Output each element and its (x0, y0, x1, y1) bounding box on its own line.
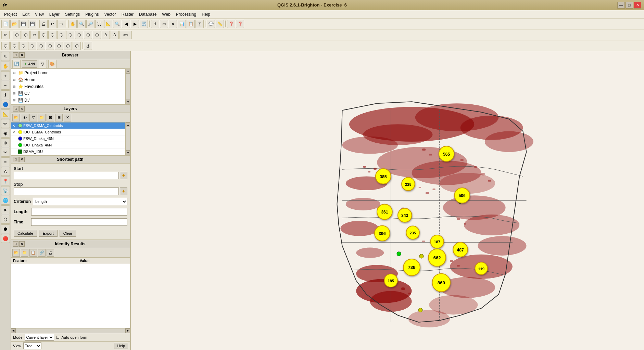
scroll-down-btn[interactable]: ▼ (126, 150, 130, 155)
menu-vector[interactable]: Vector (102, 11, 119, 17)
remove-layer-btn[interactable]: ✕ (64, 114, 71, 121)
visibility-btn[interactable]: 👁 (21, 114, 28, 121)
deselect-btn[interactable]: ✕ (169, 20, 177, 28)
identify-btn[interactable]: ℹ (151, 20, 159, 28)
digitize-6[interactable]: ⬡ (57, 31, 65, 39)
whats-this-btn[interactable]: ❓ (236, 20, 244, 28)
open-btn[interactable]: 📂 (10, 20, 18, 28)
tool-arrow[interactable]: ➤ (1, 205, 10, 214)
tool-node[interactable]: ◉ (1, 129, 10, 138)
browser-float-btn[interactable]: □ (13, 52, 18, 58)
menu-view[interactable]: View (32, 11, 47, 17)
layer-idu-dsma-centroids[interactable]: ✕ IDU_DSMA_Centroids (11, 129, 125, 135)
zoom-out-btn[interactable]: 🔎 (86, 20, 94, 28)
layer-btn9[interactable]: ⬡ (73, 42, 81, 50)
menu-web[interactable]: Web (159, 11, 173, 17)
identify-close-btn[interactable]: ✕ (19, 241, 25, 247)
label-btn2[interactable]: A (111, 31, 119, 39)
attr-table-btn[interactable]: 📋 (187, 20, 195, 28)
map-area[interactable]: 565 385 228 506 361 343 396 (131, 51, 644, 350)
clear-btn[interactable]: Clear (60, 230, 76, 237)
stop-input[interactable] (14, 187, 119, 195)
digitize-2[interactable]: ⬡ (22, 31, 30, 39)
zoom-extent-btn[interactable]: ⛶ (95, 20, 103, 28)
identify-hscrollbar[interactable]: ◀ ▶ (11, 328, 130, 333)
stop-pick-btn[interactable]: ✦ (120, 187, 127, 195)
time-value[interactable] (31, 218, 127, 226)
menu-layer[interactable]: Layer (47, 11, 62, 17)
layers-float-btn[interactable]: □ (13, 106, 18, 112)
expand-all-btn[interactable]: ⊞ (47, 114, 54, 121)
layer-btn3[interactable]: ⬡ (19, 42, 27, 50)
menu-project[interactable]: Project (1, 11, 20, 17)
browser-refresh-btn[interactable]: 🔄 (12, 60, 21, 68)
digitize-10[interactable]: ⬡ (93, 31, 101, 39)
tool-custom2[interactable]: ⬢ (1, 224, 10, 233)
tool-measure[interactable]: 📐 (1, 109, 10, 118)
digitize-5[interactable]: ⬡ (48, 31, 56, 39)
layers-close-btn[interactable]: ✕ (19, 106, 25, 112)
scroll-down-btn[interactable]: ▼ (126, 100, 130, 104)
refresh-btn[interactable]: 🔄 (140, 20, 148, 28)
layer-btn1[interactable]: ⬡ (1, 42, 10, 50)
tool-edit[interactable]: ✏ (1, 119, 10, 128)
calculate-btn[interactable]: Calculate (14, 230, 37, 237)
tool-attr[interactable]: ≡ (1, 157, 10, 166)
scroll-track[interactable] (126, 127, 130, 150)
collapse-all-btn[interactable]: ⊟ (55, 114, 63, 121)
browser-add-btn[interactable]: + Add (22, 60, 37, 68)
menu-plugins[interactable]: Plugins (83, 11, 101, 17)
menu-settings[interactable]: Settings (62, 11, 83, 17)
digitize-9[interactable]: ⬡ (84, 31, 92, 39)
view-select[interactable]: Tree Table Graph (23, 342, 41, 349)
layer-btn10[interactable]: 🖨 (84, 42, 92, 50)
layer-btn8[interactable]: ⬡ (64, 42, 72, 50)
open-layer-btn[interactable]: 📂 (12, 114, 20, 121)
layer-btn7[interactable]: ⬡ (55, 42, 63, 50)
zoom-in-btn[interactable]: 🔍 (77, 20, 86, 28)
filter-layers-btn[interactable]: ▽ (29, 114, 37, 121)
sp-close-btn[interactable]: ✕ (19, 157, 25, 162)
help-btn[interactable]: ❓ (227, 20, 235, 28)
sp-float-btn[interactable]: □ (13, 157, 18, 162)
layers-scrollbar[interactable]: ▲ ▼ (125, 122, 130, 155)
scroll-up-btn[interactable]: ▲ (126, 69, 130, 74)
mode-select[interactable]: Current layer Top down All layers (25, 334, 54, 341)
layer-fsw-dsma-centroids[interactable]: ✕ FSW_DSMA_Centroids (11, 122, 125, 129)
tree-c-drive[interactable]: ⊞ 💾 C:/ (12, 90, 125, 97)
layer-idu-dhaka[interactable]: IDU_Dhaka_46N (11, 142, 125, 148)
export-btn[interactable]: Export (39, 230, 58, 237)
close-button[interactable]: ✕ (634, 2, 641, 9)
add-group-btn[interactable]: 📁 (38, 114, 46, 121)
digitize-7[interactable]: ⬡ (66, 31, 74, 39)
digitize-1[interactable]: ⬡ (13, 31, 21, 39)
new-project-btn[interactable]: 📄 (1, 20, 10, 28)
identify-float-btn[interactable]: □ (13, 241, 18, 247)
browser-colors-btn[interactable]: 🎨 (48, 60, 56, 68)
identify-help-btn[interactable]: Help (114, 343, 128, 349)
maximize-button[interactable]: □ (626, 2, 633, 9)
scroll-up-btn[interactable]: ▲ (126, 122, 130, 127)
zoom-next-btn[interactable]: ▶ (131, 20, 139, 28)
expand-tree-btn[interactable]: 📂 (12, 249, 20, 257)
tool-zoom-out[interactable]: − (1, 81, 10, 90)
tool-identify[interactable]: ℹ (1, 90, 10, 99)
tool-pin[interactable]: 📍 (1, 177, 10, 185)
zoom-layer-btn[interactable]: 📐 (104, 20, 112, 28)
print-btn2[interactable]: 🖨 (47, 249, 54, 257)
label-btn[interactable]: A (102, 31, 110, 39)
tool-gps[interactable]: 📡 (1, 186, 10, 195)
length-value[interactable] (31, 208, 127, 216)
menu-help[interactable]: Help (199, 11, 213, 17)
tool-wms[interactable]: 🌐 (1, 196, 10, 205)
layer-btn4[interactable]: ⬡ (28, 42, 36, 50)
scroll-right-btn[interactable]: ▶ (125, 328, 130, 333)
start-pick-btn[interactable]: ✦ (120, 172, 127, 179)
layer-fsw-dhaka[interactable]: FSW_Dhaka_46N (11, 135, 125, 142)
tool-custom1[interactable]: ⬡ (1, 215, 10, 224)
stats-btn[interactable]: 📊 (178, 20, 186, 28)
copy-attrs-btn[interactable]: 📋 (29, 249, 37, 257)
browser-close-btn[interactable]: ✕ (19, 52, 25, 58)
measure-btn[interactable]: 📏 (216, 20, 224, 28)
scroll-left-btn[interactable]: ◀ (11, 328, 16, 333)
